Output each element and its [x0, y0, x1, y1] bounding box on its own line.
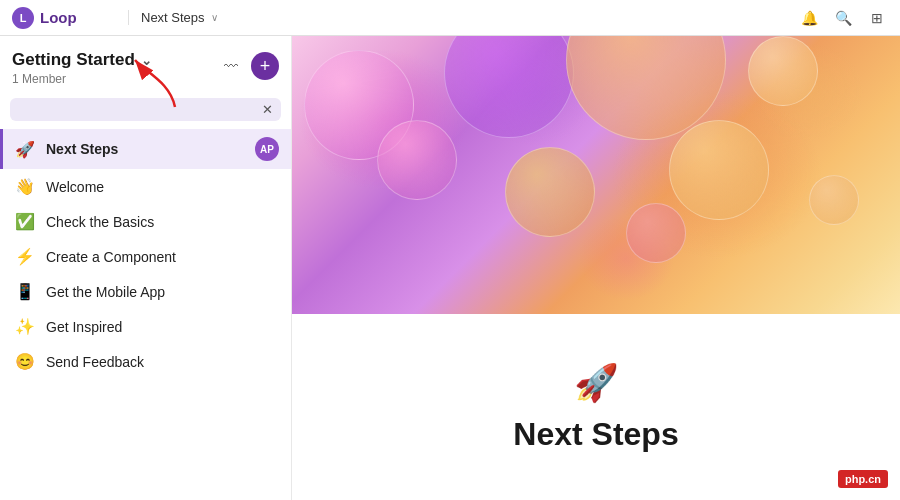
lightning-icon: ⚡: [14, 247, 36, 266]
nav-label-get-inspired: Get Inspired: [46, 319, 279, 335]
php-watermark: php.cn: [838, 470, 888, 488]
rocket-icon: 🚀: [14, 140, 36, 159]
sidebar-item-next-steps[interactable]: 🚀 Next Steps AP: [0, 129, 291, 169]
sidebar-item-welcome[interactable]: 👋 Welcome: [0, 169, 291, 204]
add-button[interactable]: +: [251, 52, 279, 80]
breadcrumb-label: Next Steps: [141, 10, 205, 25]
sidebar-item-create-component[interactable]: ⚡ Create a Component: [0, 239, 291, 274]
content-lower: 🚀 Next Steps: [292, 314, 900, 500]
sparkle-icon: ✨: [14, 317, 36, 336]
nav-label-send-feedback: Send Feedback: [46, 354, 279, 370]
mobile-icon: 📱: [14, 282, 36, 301]
wave-icon: 👋: [14, 177, 36, 196]
sidebar-item-get-inspired[interactable]: ✨ Get Inspired: [0, 309, 291, 344]
bubble-4: [505, 147, 595, 237]
bubble-6: [669, 120, 769, 220]
topbar: L Loop Next Steps ∨ 🔔 🔍 ⊞: [0, 0, 900, 36]
content-title: Next Steps: [513, 416, 678, 453]
app-logo[interactable]: L Loop: [12, 7, 112, 29]
sidebar-header-actions: 〰 +: [217, 52, 279, 80]
bubble-9: [626, 203, 686, 263]
content-rocket-emoji: 🚀: [574, 362, 619, 404]
bubble-7: [748, 36, 818, 106]
loop-icon: L: [12, 7, 34, 29]
check-icon: ✅: [14, 212, 36, 231]
avatar-ap: AP: [255, 137, 279, 161]
app-name: Loop: [40, 9, 77, 26]
nav-label-check-basics: Check the Basics: [46, 214, 279, 230]
nav-label-mobile-app: Get the Mobile App: [46, 284, 279, 300]
sidebar: Getting Started ⌄ 1 Member 〰 +: [0, 36, 292, 500]
sidebar-item-send-feedback[interactable]: 😊 Send Feedback: [0, 344, 291, 379]
chevron-down-icon[interactable]: ∨: [211, 12, 218, 23]
bubble-2: [377, 120, 457, 200]
smile-icon: 😊: [14, 352, 36, 371]
search-icon[interactable]: 🔍: [832, 7, 854, 29]
sidebar-title-text: Getting Started: [12, 50, 135, 70]
close-icon[interactable]: ✕: [262, 102, 273, 117]
bubble-8: [809, 175, 859, 225]
nav-label-create-component: Create a Component: [46, 249, 279, 265]
main-layout: Getting Started ⌄ 1 Member 〰 +: [0, 36, 900, 500]
nav-label-next-steps: Next Steps: [46, 141, 245, 157]
bell-icon[interactable]: 🔔: [798, 7, 820, 29]
sidebar-item-mobile-app[interactable]: 📱 Get the Mobile App: [0, 274, 291, 309]
content-area: 🚀 Next Steps php.cn: [292, 36, 900, 500]
content-hero: [292, 36, 900, 314]
breadcrumb: Next Steps ∨: [128, 10, 218, 25]
red-arrow-svg: [125, 52, 205, 112]
nav-label-welcome: Welcome: [46, 179, 279, 195]
topbar-right: 🔔 🔍 ⊞: [798, 7, 888, 29]
chart-icon[interactable]: 〰: [217, 52, 245, 80]
sidebar-item-check-basics[interactable]: ✅ Check the Basics: [0, 204, 291, 239]
grid-icon[interactable]: ⊞: [866, 7, 888, 29]
sidebar-nav: 🚀 Next Steps AP 👋 Welcome ✅ Check the Ba…: [0, 129, 291, 379]
